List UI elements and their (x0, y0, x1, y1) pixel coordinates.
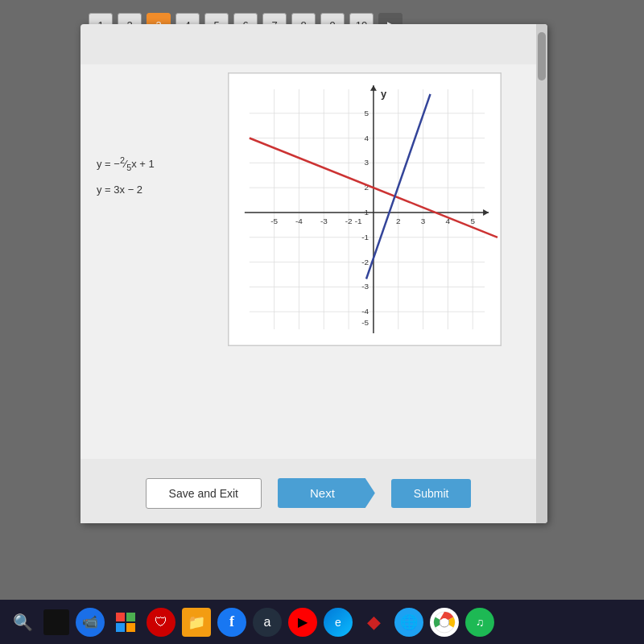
coordinate-graph: -3 -4 -5 -2 -1 2 3 4 5 5 4 3 2 1 (228, 72, 502, 346)
svg-text:-1: -1 (361, 233, 369, 242)
windows-taskbar-icon[interactable] (111, 608, 140, 637)
scrollbar-thumb[interactable] (538, 32, 546, 80)
save-exit-button[interactable]: Save and Exit (146, 478, 262, 509)
next-button[interactable]: Next (278, 478, 375, 508)
svg-text:-2: -2 (345, 217, 353, 225)
svg-rect-47 (116, 623, 125, 632)
svg-point-51 (440, 618, 448, 626)
diamond-taskbar-icon[interactable]: ◆ (359, 608, 388, 637)
svg-text:-4: -4 (295, 217, 303, 225)
svg-text:-2: -2 (361, 258, 369, 266)
equation-1: y = −2⁄5x + 1 (97, 153, 185, 175)
svg-text:-5: -5 (361, 318, 369, 327)
svg-text:5: 5 (470, 217, 475, 225)
files-taskbar-icon[interactable] (43, 609, 69, 635)
svg-text:-4: -4 (361, 307, 369, 316)
main-window: y = −2⁄5x + 1 y = 3x − 2 (80, 24, 547, 523)
content-area: y = −2⁄5x + 1 y = 3x − 2 (80, 64, 536, 459)
svg-text:4: 4 (364, 134, 369, 142)
svg-text:2: 2 (396, 217, 401, 225)
svg-rect-45 (116, 613, 125, 621)
video-taskbar-icon[interactable]: 📹 (76, 608, 105, 637)
svg-text:-3: -3 (320, 217, 328, 225)
svg-rect-46 (126, 613, 135, 621)
chrome-taskbar-icon[interactable] (430, 608, 459, 637)
folder-taskbar-icon[interactable]: 📁 (182, 608, 211, 637)
taskbar: 🔍 📹 🛡 📁 f a ▶ e ◆ 🌐 ♫ (0, 600, 644, 644)
facebook-taskbar-icon[interactable]: f (217, 608, 246, 637)
globe-taskbar-icon[interactable]: 🌐 (394, 608, 423, 637)
graph-container: -3 -4 -5 -2 -1 2 3 4 5 5 4 3 2 1 (201, 72, 528, 346)
svg-text:-1: -1 (355, 217, 362, 225)
scrollbar[interactable] (536, 24, 547, 523)
svg-text:y: y (381, 88, 387, 100)
youtube-taskbar-icon[interactable]: ▶ (288, 608, 317, 637)
svg-text:3: 3 (364, 158, 369, 167)
svg-rect-48 (126, 623, 135, 632)
button-bar: Save and Exit Next Submit (80, 463, 536, 523)
edge-taskbar-icon[interactable]: e (324, 608, 353, 637)
search-taskbar-icon[interactable]: 🔍 (8, 608, 37, 637)
submit-button[interactable]: Submit (391, 479, 472, 508)
shield-taskbar-icon[interactable]: 🛡 (147, 608, 175, 637)
svg-text:5: 5 (364, 109, 369, 118)
spotify-taskbar-icon[interactable]: ♫ (465, 608, 494, 637)
equations-panel: y = −2⁄5x + 1 y = 3x − 2 (89, 72, 193, 216)
svg-text:-3: -3 (361, 282, 369, 291)
svg-text:-5: -5 (270, 217, 278, 225)
svg-text:1: 1 (364, 208, 369, 217)
equation-2: y = 3x − 2 (97, 180, 185, 199)
amazon-taskbar-icon[interactable]: a (253, 608, 282, 637)
svg-text:3: 3 (421, 217, 426, 225)
